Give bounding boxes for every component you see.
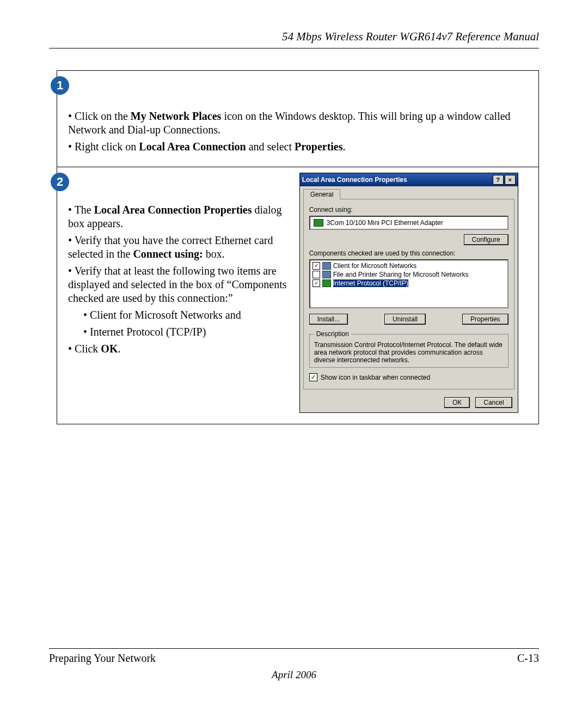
component-tcpip[interactable]: ✓ Internet Protocol (TCP/IP)	[311, 279, 506, 288]
instruction-box: 1 Click on the My Network Places icon on…	[57, 70, 539, 424]
footer-rule	[49, 648, 539, 649]
description-text: Transmission Control Protocol/Internet P…	[314, 341, 504, 364]
page-footer: Preparing Your Network C-13 April 2006	[49, 648, 539, 681]
help-button[interactable]: ?	[493, 175, 504, 185]
doc-header-title: 54 Mbps Wireless Router WGR614v7 Referen…	[49, 30, 539, 44]
lan-properties-dialog: Local Area Connection Properties ? × Gen…	[299, 173, 518, 413]
install-button[interactable]: Install...	[309, 314, 348, 325]
adapter-name: 3Com 10/100 Mini PCI Ethernet Adapter	[327, 219, 443, 227]
header-rule	[49, 48, 539, 48]
close-button[interactable]: ×	[505, 175, 516, 185]
nic-icon	[314, 219, 323, 227]
step2-sub-1: Client for Microsoft Networks and	[83, 308, 290, 322]
footer-page-number: C-13	[517, 652, 539, 665]
protocol-icon	[322, 279, 331, 287]
step1-bullet-2: Right click on Local Area Connection and…	[68, 140, 533, 154]
step2-bullet-4: Click OK.	[68, 342, 290, 356]
connect-using-label: Connect using:	[309, 206, 509, 214]
dialog-panel: Connect using: 3Com 10/100 Mini PCI Ethe…	[303, 199, 514, 389]
step1-bullet-1: Click on the My Network Places icon on t…	[68, 109, 533, 137]
dialog-title: Local Area Connection Properties	[302, 176, 407, 184]
component-client-ms-networks[interactable]: ✓ Client for Microsoft Networks	[311, 261, 506, 270]
step2-sub-2: Internet Protocol (TCP/IP)	[83, 325, 290, 339]
client-icon	[322, 262, 331, 270]
step-2-text: The Local Area Connection Properties dia…	[57, 167, 294, 424]
footer-date: April 2006	[49, 669, 539, 681]
components-label: Components checked are used by this conn…	[309, 249, 509, 257]
step2-bullet-2: Verify that you have the correct Etherne…	[68, 234, 290, 261]
step2-bullet-3: Verify that at least the following two i…	[68, 264, 290, 305]
show-icon-label: Show icon in taskbar when connected	[321, 374, 430, 381]
step-2-figure: Local Area Connection Properties ? × Gen…	[294, 167, 538, 424]
component-file-printer-sharing[interactable]: File and Printer Sharing for Microsoft N…	[311, 270, 506, 279]
step-2: 2 The Local Area Connection Properties d…	[57, 167, 538, 424]
checkbox-unchecked-icon[interactable]	[313, 271, 320, 278]
components-listbox[interactable]: ✓ Client for Microsoft Networks File and…	[309, 259, 509, 308]
step-1-badge: 1	[51, 76, 69, 95]
cancel-button[interactable]: Cancel	[475, 397, 512, 408]
adapter-field: 3Com 10/100 Mini PCI Ethernet Adapter	[309, 216, 509, 230]
step2-bullet-1: The Local Area Connection Properties dia…	[68, 203, 290, 230]
uninstall-button[interactable]: Uninstall	[384, 314, 426, 325]
footer-section: Preparing Your Network	[49, 652, 156, 665]
step-1: 1 Click on the My Network Places icon on…	[57, 71, 538, 167]
description-legend: Description	[314, 330, 351, 338]
show-icon-row[interactable]: ✓ Show icon in taskbar when connected	[309, 373, 509, 381]
show-icon-checkbox[interactable]: ✓	[309, 373, 317, 381]
properties-button[interactable]: Properties	[462, 314, 509, 325]
service-icon	[322, 271, 331, 278]
configure-button[interactable]: Configure	[464, 234, 509, 245]
ok-button[interactable]: OK	[444, 397, 470, 408]
description-group: Description Transmission Control Protoco…	[309, 330, 509, 368]
step-2-badge: 2	[51, 173, 69, 191]
tab-row: General	[300, 186, 518, 199]
checkbox-checked-icon[interactable]: ✓	[313, 279, 320, 287]
dialog-titlebar: Local Area Connection Properties ? ×	[300, 173, 518, 186]
checkbox-checked-icon[interactable]: ✓	[313, 262, 320, 270]
tab-general[interactable]: General	[303, 189, 341, 199]
